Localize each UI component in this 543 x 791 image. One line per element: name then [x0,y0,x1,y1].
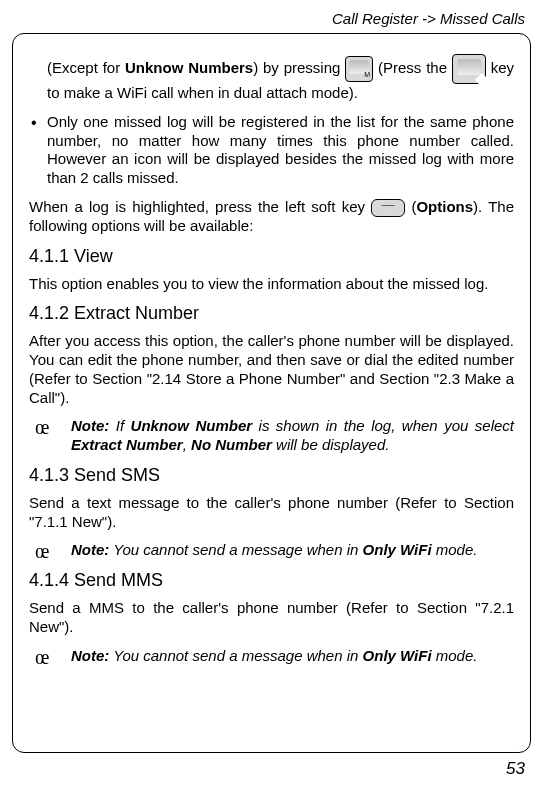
text: mode. [432,541,478,558]
text: , [183,436,191,453]
text: will be displayed. [272,436,390,453]
note-label: Note: [71,541,109,558]
note-label: Note: [71,417,109,434]
except-paragraph: (Except for Unknow Numbers) by pressing … [29,54,514,103]
section-4-1-1-title: 4.1.1 View [29,246,514,267]
section-4-1-3-title: 4.1.3 Send SMS [29,465,514,486]
only-wifi-bold: Only WiFi [363,647,432,664]
unknow-number-bold: Unknow Number [131,417,252,434]
text: mode. [432,647,478,664]
page-number: 53 [12,753,531,779]
note-marker-icon: œ [35,539,49,564]
section-4-1-4-title: 4.1.4 Send MMS [29,570,514,591]
bullet-text: Only one missed log will be registered i… [47,113,514,186]
text: is shown in the log, when you select [252,417,514,434]
only-wifi-bold: Only WiFi [363,541,432,558]
section-4-1-2-title: 4.1.2 Extract Number [29,303,514,324]
note-marker-icon: œ [35,415,49,440]
note-2: œ Note: You cannot send a message when i… [29,541,514,560]
unknow-numbers-bold: Unknow Numbers [125,59,253,76]
section-4-1-4-body: Send a MMS to the caller's phone number … [29,599,514,637]
text: ( [405,198,416,215]
wifi-key-icon [452,54,486,84]
page-frame: (Except for Unknow Numbers) by pressing … [12,33,531,753]
note-label: Note: [71,647,109,664]
bullet-item: Only one missed log will be registered i… [29,113,514,188]
softkey-icon [371,199,405,217]
text: You cannot send a message when in [109,541,362,558]
no-number-bold: No Number [191,436,272,453]
note-1: œ Note: If Unknow Number is shown in the… [29,417,514,455]
text: When a log is highlighted, press the lef… [29,198,371,215]
options-paragraph: When a log is highlighted, press the lef… [29,198,514,236]
section-4-1-2-body: After you access this option, the caller… [29,332,514,407]
section-4-1-1-body: This option enables you to view the info… [29,275,514,294]
options-bold: Options [416,198,473,215]
text: ) by pressing [253,59,345,76]
text: (Press the [373,59,452,76]
text: You cannot send a message when in [109,647,362,664]
section-4-1-3-body: Send a text message to the caller's phon… [29,494,514,532]
text: (Except for [47,59,125,76]
text: If [109,417,130,434]
page-header: Call Register -> Missed Calls [12,8,531,33]
m-key-icon [345,56,373,82]
note-marker-icon: œ [35,645,49,670]
note-3: œ Note: You cannot send a message when i… [29,647,514,666]
extract-number-bold: Extract Number [71,436,183,453]
